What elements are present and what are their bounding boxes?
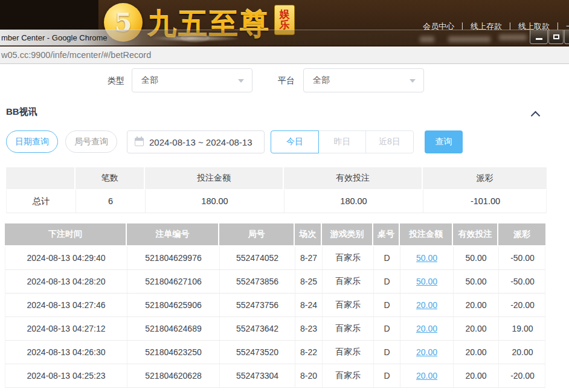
header-dark-corner (0, 0, 98, 30)
summary-header-row: 笔数 投注金额 有效投注 派彩 (6, 167, 547, 189)
redacted-text (420, 36, 434, 42)
cell-order-id: 521804623250 (127, 341, 220, 364)
summary-total-payout: -101.00 (423, 190, 547, 213)
address-bar[interactable]: w05.cc:9900/infe/mcenter/#/betRecord (0, 47, 569, 64)
table-row: 2024-08-13 04:27:12 521804624689 5524736… (5, 317, 545, 341)
bet-amount-link[interactable]: 20.00 (416, 300, 437, 310)
cell-valid-bet: 50.00 (454, 246, 499, 269)
decorative-swirl (181, 34, 209, 42)
badge-char-top: 娱 (280, 9, 290, 20)
section-title: BB视讯 (6, 106, 37, 118)
search-button[interactable]: 查询 (425, 130, 463, 153)
cell-bet-time: 2024-08-13 04:25:23 (5, 364, 127, 387)
header-table-id: 桌号 (373, 223, 400, 245)
cell-table-id: D (374, 341, 400, 364)
platform-filter-label: 平台 (278, 76, 295, 86)
type-select[interactable]: 全部 (132, 68, 252, 92)
type-select-value: 全部 (141, 75, 158, 86)
cell-session: 8-27 (295, 246, 323, 269)
cell-payout: -20.00 (499, 294, 546, 316)
summary-header-count: 笔数 (76, 167, 145, 189)
yesterday-button[interactable]: 昨日 (318, 130, 366, 153)
cell-valid-bet: 20.00 (454, 341, 499, 364)
cell-round-id: 552473642 (220, 317, 295, 340)
header-game-type: 游戏类别 (322, 223, 373, 245)
summary-total-count: 6 (76, 190, 146, 213)
bet-amount-link[interactable]: 20.00 (416, 371, 437, 381)
cell-round-id: 552473756 (220, 294, 295, 316)
cell-bet-time: 2024-08-13 04:27:46 (5, 294, 127, 316)
url-text: w05.cc:9900/infe/mcenter/#/betRecord (0, 50, 151, 60)
date-range-input[interactable]: 2024-08-13 ~ 2024-08-13 (127, 130, 265, 153)
cell-table-id: D (374, 294, 400, 316)
cell-bet-time: 2024-08-13 04:29:40 (5, 246, 127, 269)
bet-detail-table: 下注时间 注单编号 局号 场次 游戏类别 桌号 投注金额 有效投注 派彩 202… (5, 223, 545, 388)
cell-order-id: 521804629976 (127, 246, 220, 269)
caret-down-icon (410, 79, 416, 83)
cell-session: 8-25 (295, 270, 323, 293)
cell-bet-time: 2024-08-13 04:26:30 (5, 341, 127, 364)
platform-select[interactable]: 全部 (303, 68, 424, 92)
summary-total-bet-amount: 180.00 (146, 190, 284, 213)
cell-table-id: D (374, 317, 400, 340)
redacted-text (448, 36, 490, 42)
table-row: 2024-08-13 04:28:20 521804627106 5524738… (5, 270, 545, 294)
screen: 5 九五至尊 娱 乐 会员中心丨线上存款丨线上取款丨一键 mber Center… (0, 0, 569, 392)
calendar-icon (135, 138, 144, 146)
cell-payout: -20.00 (499, 364, 546, 387)
header-round-id: 局号 (219, 223, 295, 245)
bet-amount-link[interactable]: 50.00 (416, 277, 437, 286)
cell-table-id: D (374, 364, 400, 387)
cell-game-type: 百家乐 (323, 317, 374, 340)
cell-round-id: 552473856 (220, 270, 295, 293)
cell-session: 8-22 (295, 341, 323, 364)
cell-session: 8-23 (295, 317, 323, 340)
last-8-days-button[interactable]: 近8日 (365, 130, 414, 153)
header-bet-amount: 投注金额 (400, 223, 453, 245)
collapse-chevron-up-icon[interactable] (531, 111, 541, 121)
cell-payout: -50.00 (499, 246, 546, 269)
header-bet-time: 下注时间 (5, 223, 127, 245)
detail-header-row: 下注时间 注单编号 局号 场次 游戏类别 桌号 投注金额 有效投注 派彩 (5, 223, 545, 245)
cell-round-id: 552474052 (220, 246, 295, 269)
summary-table: 笔数 投注金额 有效投注 派彩 总计 6 180.00 180.00 -101.… (6, 167, 547, 213)
platform-select-value: 全部 (313, 75, 330, 86)
cell-round-id: 552473520 (220, 341, 295, 364)
date-query-tab[interactable]: 日期查询 (6, 130, 58, 153)
cell-order-id: 521804620628 (127, 364, 220, 387)
table-row: 2024-08-13 04:26:30 521804623250 5524735… (5, 341, 545, 364)
cell-payout: -50.00 (499, 270, 546, 293)
round-query-tab[interactable]: 局号查询 (65, 130, 117, 153)
cell-order-id: 521804627106 (127, 270, 220, 293)
bet-amount-link[interactable]: 20.00 (416, 347, 437, 357)
cell-table-id: D (374, 270, 400, 293)
header-valid-bet: 有效投注 (453, 223, 498, 245)
close-button[interactable] (564, 30, 569, 44)
cell-game-type: 百家乐 (323, 364, 374, 387)
cell-order-id: 521804624689 (127, 317, 220, 340)
maximize-button[interactable] (548, 30, 564, 44)
summary-header-bet-amount: 投注金额 (145, 167, 284, 189)
bet-amount-link[interactable]: 50.00 (416, 253, 437, 263)
redacted-text (499, 34, 527, 40)
summary-total-row: 总计 6 180.00 180.00 -101.00 (6, 190, 547, 213)
minimize-button[interactable] (530, 30, 548, 44)
bet-record-page: 类型 全部 平台 全部 BB视讯 日期查询 局号查询 2024-08-13 ~ … (0, 64, 569, 392)
today-button[interactable]: 今日 (271, 130, 319, 153)
cell-valid-bet: 20.00 (454, 364, 499, 387)
summary-total-valid-bet: 180.00 (284, 190, 423, 213)
cell-round-id: 552473304 (220, 364, 295, 387)
cell-payout: 20.00 (499, 341, 546, 364)
cell-game-type: 百家乐 (323, 270, 374, 293)
date-range-value: 2024-08-13 ~ 2024-08-13 (149, 137, 252, 147)
cell-bet-time: 2024-08-13 04:28:20 (5, 270, 127, 293)
cell-bet-time: 2024-08-13 04:27:12 (5, 317, 127, 340)
summary-header-payout: 派彩 (423, 167, 547, 189)
type-filter-label: 类型 (108, 76, 124, 86)
minimize-icon (536, 38, 542, 40)
bet-amount-link[interactable]: 20.00 (416, 324, 437, 333)
cell-payout: 19.00 (499, 317, 546, 340)
header-session: 场次 (295, 223, 322, 245)
table-row: 2024-08-13 04:29:40 521804629976 5524740… (5, 246, 545, 270)
cell-table-id: D (374, 246, 400, 269)
